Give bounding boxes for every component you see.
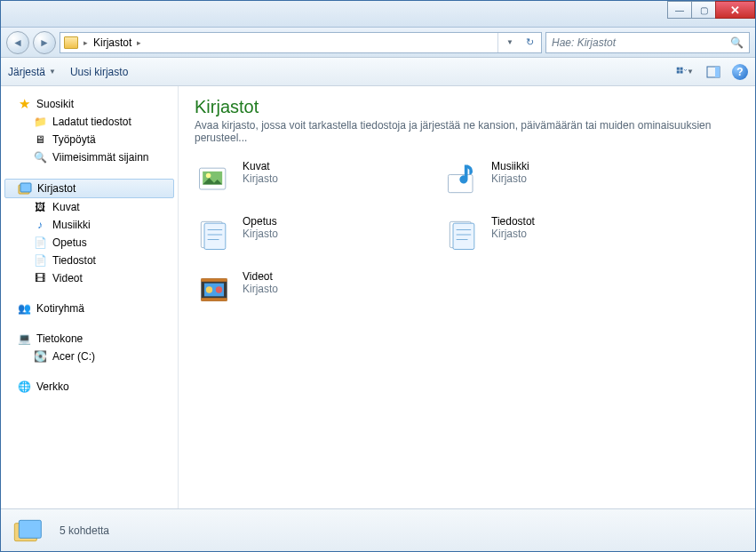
sidebar-network[interactable]: 🌐 Verkko [1,378,178,396]
network-icon: 🌐 [17,380,31,394]
view-options-button[interactable]: ▼ [675,62,695,82]
sidebar-item-recent[interactable]: 🔍 Viimeisimmät sijainn [1,148,178,166]
svg-point-10 [206,173,211,179]
svg-rect-7 [20,183,31,192]
toolbar: Järjestä ▼ Uusi kirjasto ▼ ? [1,58,755,86]
address-bar[interactable]: ▸ Kirjastot ▸ ▼ ↻ [60,32,542,53]
svg-rect-13 [204,223,226,249]
library-item-opetus[interactable]: Opetus Kirjasto [195,215,426,254]
sidebar-libraries[interactable]: Kirjastot [4,179,174,198]
search-input[interactable]: Hae: Kirjastot 🔍 [545,32,750,53]
preview-pane-button[interactable] [704,62,723,82]
documents-library-icon [443,215,482,254]
libraries-icon [18,181,32,196]
svg-rect-23 [201,278,227,282]
sidebar-item-pictures[interactable]: 🖼 Kuvat [1,198,178,216]
search-icon: 🔍 [730,36,744,49]
recent-icon: 🔍 [33,150,47,164]
minimize-button[interactable]: — [667,1,692,19]
svg-point-26 [206,286,212,292]
chevron-down-icon: ▼ [687,68,694,76]
titlebar[interactable]: — ▢ ✕ [1,1,755,28]
status-bar: 5 kohdetta [1,508,755,551]
library-item-videos[interactable]: Videot Kirjasto [195,270,426,309]
library-type: Kirjasto [491,172,529,185]
refresh-button[interactable]: ↻ [521,35,537,51]
page-title: Kirjastot [195,97,739,117]
library-name: Opetus [243,215,278,228]
help-button[interactable]: ? [732,64,748,80]
desktop-icon: 🖥 [33,132,47,147]
sidebar-computer[interactable]: 💻 Tietokone [1,330,178,348]
sidebar-item-downloads[interactable]: 📁 Ladatut tiedostot [1,113,178,131]
close-button[interactable]: ✕ [715,1,755,19]
star-icon: ★ [17,97,31,111]
document-icon: 📄 [33,236,47,250]
svg-rect-29 [19,520,41,538]
videos-library-icon [195,270,234,309]
status-text: 5 kohdetta [60,524,109,537]
library-type: Kirjasto [243,283,278,295]
libraries-icon [12,515,47,547]
svg-point-27 [216,286,222,292]
library-name: Kuvat [243,160,278,172]
search-placeholder: Hae: Kirjastot [552,36,616,49]
library-name: Tiedostot [491,215,535,228]
sidebar-item-drive-c[interactable]: 💽 Acer (C:) [1,348,178,365]
page-description: Avaa kirjasto, jossa voit tarkastella ti… [195,119,739,144]
video-icon: 🎞 [33,271,47,285]
computer-icon: 💻 [17,332,31,346]
library-type: Kirjasto [491,228,535,240]
music-library-icon [443,160,482,199]
sidebar-favorites[interactable]: ★ Suosikit [1,95,178,113]
library-item-pictures[interactable]: Kuvat Kirjasto [195,160,426,199]
chevron-down-icon: ▼ [49,68,56,76]
address-history-dropdown[interactable]: ▼ [502,35,518,51]
folder-icon: 📁 [33,115,47,129]
breadcrumb-location[interactable]: Kirjastot [93,36,131,49]
new-library-button[interactable]: Uusi kirjasto [70,66,128,78]
music-icon: ♪ [33,218,47,232]
svg-rect-18 [453,223,474,249]
sidebar-homegroup[interactable]: 👥 Kotiryhmä [1,300,178,317]
library-type: Kirjasto [243,172,278,185]
pictures-library-icon [195,160,234,199]
organize-button[interactable]: Järjestä ▼ [8,66,56,78]
sidebar-item-music[interactable]: ♪ Musiikki [1,216,178,234]
explorer-window: — ▢ ✕ ◄ ► ▸ Kirjastot ▸ ▼ ↻ Hae: Kirjast… [0,0,756,552]
documents-library-icon [195,215,234,254]
sidebar-item-documents[interactable]: 📄 Tiedostot [1,252,178,269]
maximize-button[interactable]: ▢ [691,1,716,19]
pictures-icon: 🖼 [33,200,47,214]
sidebar-item-desktop[interactable]: 🖥 Työpöytä [1,131,178,148]
breadcrumb-sep-icon: ▸ [82,38,90,47]
back-button[interactable]: ◄ [6,31,29,54]
library-name: Musiikki [491,160,529,172]
folder-icon [64,36,78,49]
navigation-row: ◄ ► ▸ Kirjastot ▸ ▼ ↻ Hae: Kirjastot 🔍 [1,28,755,58]
svg-rect-24 [201,298,227,301]
svg-rect-5 [715,67,720,77]
svg-rect-3 [680,70,683,73]
breadcrumb-sep-icon: ▸ [135,38,143,47]
drive-icon: 💽 [33,349,47,364]
sidebar-item-opetus[interactable]: 📄 Opetus [1,234,178,252]
content-pane: Kirjastot Avaa kirjasto, jossa voit tark… [179,86,755,508]
svg-rect-2 [677,70,680,73]
library-item-documents[interactable]: Tiedostot Kirjasto [443,215,674,254]
svg-rect-0 [677,67,680,69]
homegroup-icon: 👥 [17,301,31,316]
sidebar-item-videos[interactable]: 🎞 Videot [1,269,178,287]
library-item-music[interactable]: Musiikki Kirjasto [443,160,674,199]
svg-rect-1 [680,67,683,69]
navigation-pane: ★ Suosikit 📁 Ladatut tiedostot 🖥 Työpöyt… [1,86,179,508]
library-name: Videot [243,270,278,283]
library-type: Kirjasto [243,228,278,240]
document-icon: 📄 [33,253,47,268]
forward-button[interactable]: ► [33,31,56,54]
